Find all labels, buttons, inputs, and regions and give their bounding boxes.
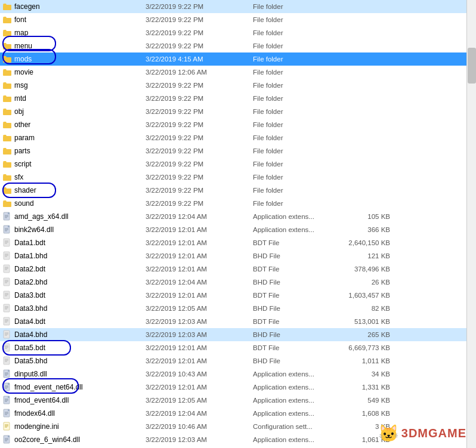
file-label: Data4.bhd xyxy=(14,330,47,339)
file-name: dinput8.dll xyxy=(2,369,146,379)
file-date: 3/22/2019 12:04 AM xyxy=(146,213,253,220)
svg-rect-13 xyxy=(3,175,11,181)
file-row[interactable]: Data1.bhd 3/22/2019 12:01 AM BHD File 12… xyxy=(0,249,476,262)
file-label: facegen xyxy=(14,2,40,11)
dll-icon xyxy=(2,435,12,444)
file-size: 265 KB xyxy=(348,331,402,338)
file-type: File folder xyxy=(253,187,348,194)
file-row[interactable]: Data5.bhd 3/22/2019 12:01 AM BHD File 1,… xyxy=(0,354,476,367)
file-row[interactable]: Data4.bhd 3/22/2019 12:03 AM BHD File 26… xyxy=(0,328,476,341)
file-name: facegen xyxy=(2,2,146,11)
folder-icon xyxy=(2,120,12,129)
file-size: 1,331 KB xyxy=(348,384,402,391)
file-row[interactable]: Data2.bdt 3/22/2019 12:01 AM BDT File 37… xyxy=(0,262,476,276)
file-row[interactable]: facegen 3/22/2019 9:22 PM File folder xyxy=(0,0,476,13)
scrollbar[interactable] xyxy=(466,0,476,448)
file-row[interactable]: font 3/22/2019 9:22 PM File folder xyxy=(0,13,476,26)
file-label: mods xyxy=(14,55,32,63)
file-row[interactable]: Data4.bdt 3/22/2019 12:03 AM BDT File 51… xyxy=(0,315,476,328)
svg-rect-2 xyxy=(3,31,11,36)
file-row[interactable]: fmod_event_net64.dll 3/22/2019 12:01 AM … xyxy=(0,381,476,394)
file-row[interactable]: mods 3/22/2019 4:15 AM File folder xyxy=(0,52,476,66)
file-row[interactable]: mtd 3/22/2019 9:22 PM File folder xyxy=(0,92,476,105)
file-label: Data3.bdt xyxy=(14,291,45,299)
file-row[interactable]: parts 3/22/2019 9:22 PM File folder xyxy=(0,144,476,157)
file-row[interactable]: fmodex64.dll 3/22/2019 12:04 AM Applicat… xyxy=(0,407,476,420)
file-label: map xyxy=(14,29,28,37)
file-label: amd_ags_x64.dll xyxy=(14,212,69,221)
file-size: 26 KB xyxy=(348,279,402,286)
file-name: other xyxy=(2,120,146,129)
file-label: fmod_event64.dll xyxy=(14,396,69,404)
svg-rect-0 xyxy=(3,5,11,10)
file-name: script xyxy=(2,159,146,169)
svg-rect-86 xyxy=(4,422,10,430)
file-row[interactable]: param 3/22/2019 9:22 PM File folder xyxy=(0,131,476,144)
file-date: 3/22/2019 12:05 AM xyxy=(146,397,253,404)
file-row[interactable]: Data2.bhd 3/22/2019 12:04 AM BHD File 26… xyxy=(0,276,476,289)
file-label: obj xyxy=(14,107,24,116)
file-label: shader xyxy=(14,186,36,194)
file-row[interactable]: menu 3/22/2019 9:22 PM File folder xyxy=(0,39,476,52)
file-type: File folder xyxy=(253,82,348,89)
file-row[interactable]: Data3.bdt 3/22/2019 12:01 AM BDT File 1,… xyxy=(0,289,476,302)
file-label: modengine.ini xyxy=(14,422,59,431)
file-type: File folder xyxy=(253,3,348,10)
watermark-cat: 🐱 xyxy=(378,424,399,443)
file-type: Application extens... xyxy=(253,384,348,391)
file-label: Data5.bhd xyxy=(14,357,47,365)
file-row[interactable]: other 3/22/2019 9:22 PM File folder xyxy=(0,118,476,131)
file-label: oo2core_6_win64.dll xyxy=(14,435,80,444)
file-label: font xyxy=(14,16,26,24)
file-row[interactable]: Data5.bdt 3/22/2019 12:01 AM BDT File 6,… xyxy=(0,341,476,354)
file-label: sound xyxy=(14,199,34,208)
file-type: Application extens... xyxy=(253,213,348,220)
file-date: 3/22/2019 9:22 PM xyxy=(146,3,253,10)
file-name: menu xyxy=(2,41,146,51)
svg-rect-26 xyxy=(4,239,10,246)
file-type: Application extens... xyxy=(253,226,348,233)
svg-rect-10 xyxy=(3,136,11,141)
file-row[interactable]: fmod_event64.dll 3/22/2019 12:05 AM Appl… xyxy=(0,394,476,407)
file-type: File folder xyxy=(253,147,348,155)
file-name: Data4.bdt xyxy=(2,317,146,326)
file-label: mtd xyxy=(14,94,26,103)
file-type: Application extens... xyxy=(253,410,348,417)
file-size: 121 KB xyxy=(348,252,402,259)
folder-icon xyxy=(2,2,12,11)
file-name: shader xyxy=(2,186,146,195)
file-name: mtd xyxy=(2,94,146,103)
file-row[interactable]: dinput8.dll 3/22/2019 10:43 AM Applicati… xyxy=(0,367,476,381)
file-row[interactable]: sound 3/22/2019 9:22 PM File folder xyxy=(0,197,476,210)
file-explorer-container: facegen 3/22/2019 9:22 PM File folder fo… xyxy=(0,0,476,448)
file-list[interactable]: facegen 3/22/2019 9:22 PM File folder fo… xyxy=(0,0,476,448)
file-date: 3/22/2019 12:01 AM xyxy=(146,384,253,391)
svg-rect-15 xyxy=(3,202,11,207)
dll-icon xyxy=(2,225,12,234)
svg-rect-8 xyxy=(3,110,11,115)
file-date: 3/22/2019 9:22 PM xyxy=(146,95,253,102)
file-date: 3/22/2019 9:22 PM xyxy=(146,174,253,181)
file-row[interactable]: sfx 3/22/2019 9:22 PM File folder xyxy=(0,171,476,184)
file-label: Data2.bhd xyxy=(14,278,47,286)
file-row[interactable]: Data3.bhd 3/22/2019 12:05 AM BHD File 82… xyxy=(0,302,476,315)
file-row[interactable]: amd_ags_x64.dll 3/22/2019 12:04 AM Appli… xyxy=(0,210,476,223)
file-date: 3/22/2019 9:22 PM xyxy=(146,29,253,36)
file-icon xyxy=(2,304,12,313)
file-icon xyxy=(2,291,12,300)
file-row[interactable]: movie 3/22/2019 12:06 AM File folder xyxy=(0,66,476,79)
file-row[interactable]: shader 3/22/2019 9:22 PM File folder xyxy=(0,184,476,197)
file-date: 3/22/2019 12:03 AM xyxy=(146,436,253,443)
file-row[interactable]: obj 3/22/2019 9:22 PM File folder xyxy=(0,105,476,118)
file-label: param xyxy=(14,134,35,142)
file-row[interactable]: Data1.bdt 3/22/2019 12:01 AM BDT File 2,… xyxy=(0,236,476,249)
file-size: 6,669,773 KB xyxy=(348,344,402,351)
file-size: 1,011 KB xyxy=(348,357,402,364)
file-row[interactable]: msg 3/22/2019 9:22 PM File folder xyxy=(0,79,476,92)
file-row[interactable]: script 3/22/2019 9:22 PM File folder xyxy=(0,157,476,171)
file-name: Data2.bhd xyxy=(2,277,146,287)
file-row[interactable]: bink2w64.dll 3/22/2019 12:01 AM Applicat… xyxy=(0,223,476,236)
file-name: fmodex64.dll xyxy=(2,409,146,418)
folder-icon xyxy=(2,186,12,195)
file-row[interactable]: map 3/22/2019 9:22 PM File folder xyxy=(0,26,476,39)
